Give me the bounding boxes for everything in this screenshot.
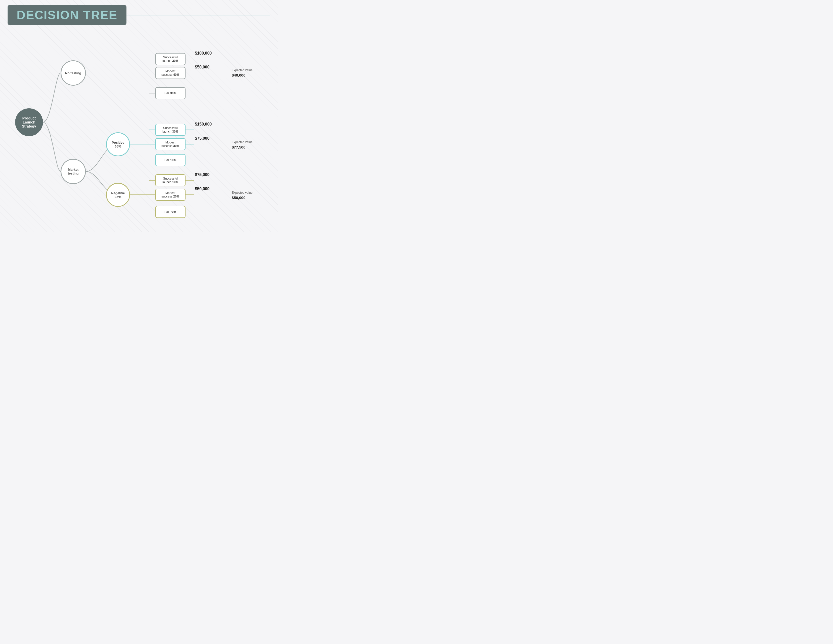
tree-area: ProductLaunchStrategy No testing Market … [8, 35, 270, 227]
no-testing-label: No testing [65, 71, 81, 75]
negative-ev-panel: Expected value $50,000 [232, 190, 252, 201]
positive-value-2: $75,000 [195, 136, 209, 141]
tree-svg-lines [8, 35, 270, 227]
positive-ev-panel: Expected value $77,500 [232, 140, 252, 150]
header: DECISION TREE [8, 5, 270, 25]
positive-circle: Positive65% [106, 132, 130, 156]
negative-ev-bar [230, 174, 230, 217]
root-label: ProductLaunchStrategy [22, 116, 36, 128]
positive-ev-value: $77,500 [232, 145, 252, 150]
no-testing-outcome-3: Fail 30% [155, 87, 185, 99]
negative-ev-label: Expected value [232, 190, 252, 195]
no-testing-outcome-1: Successfullaunch 30% [155, 53, 185, 65]
no-testing-value-1: $100,000 [195, 51, 212, 56]
positive-value-1: $150,000 [195, 122, 212, 127]
negative-circle: Negative35% [106, 183, 130, 207]
root-circle: ProductLaunchStrategy [15, 108, 43, 136]
negative-ev-value: $50,000 [232, 195, 252, 201]
positive-ev-label: Expected value [232, 140, 252, 145]
no-testing-ev-label: Expected value [232, 68, 252, 72]
no-testing-circle: No testing [61, 60, 86, 85]
positive-label: Positive65% [112, 141, 124, 148]
negative-pct: 35% [114, 195, 121, 199]
negative-outcome-1: Successfullaunch 10% [155, 174, 185, 187]
page-title: DECISION TREE [17, 8, 117, 22]
page-container: DECISION TREE [0, 0, 278, 232]
no-testing-ev-value: $40,000 [232, 72, 252, 78]
positive-outcome-1: Successfullaunch 30% [155, 124, 185, 136]
market-testing-label: Market testing [68, 168, 79, 175]
header-line [127, 15, 270, 15]
positive-outcome-2: Modestsuccess 30% [155, 138, 185, 150]
no-testing-outcome-2: Modestsuccess 40% [155, 67, 185, 79]
positive-ev-bar [230, 124, 230, 165]
negative-value-2: $50,000 [195, 187, 209, 191]
header-badge: DECISION TREE [8, 5, 127, 25]
positive-pct: 65% [114, 145, 121, 148]
positive-outcome-3: Fail 10% [155, 154, 185, 166]
no-testing-ev-bar [230, 53, 230, 99]
negative-value-1: $75,000 [195, 172, 209, 177]
no-testing-value-2: $50,000 [195, 65, 209, 69]
negative-outcome-2: Modestsuccess 20% [155, 188, 185, 201]
negative-label: Negative35% [111, 191, 125, 199]
no-testing-ev-panel: Expected value $40,000 [232, 68, 252, 78]
market-testing-circle: Market testing [61, 159, 86, 184]
negative-outcome-3: Fail 70% [155, 206, 185, 218]
